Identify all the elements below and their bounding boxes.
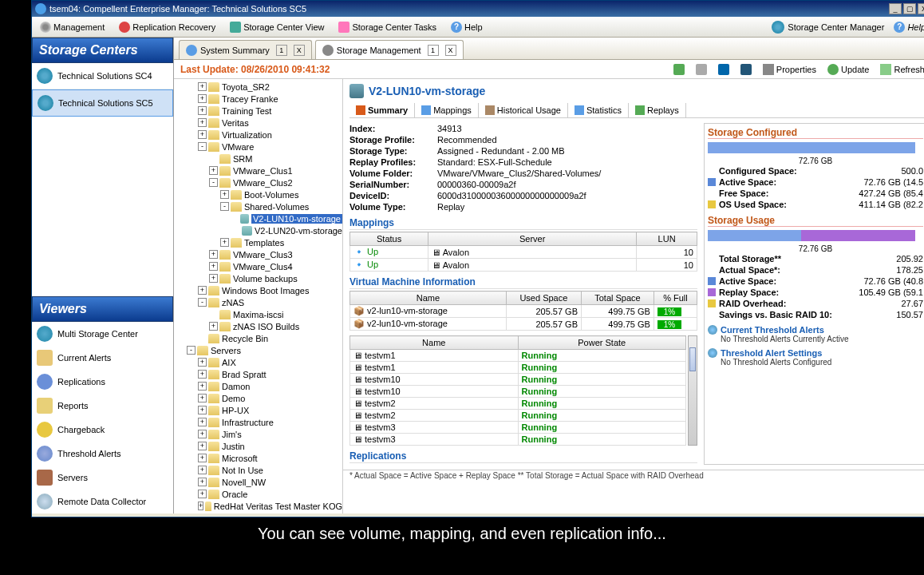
update-button[interactable]: Update — [825, 62, 871, 77]
col-name[interactable]: Name — [350, 291, 507, 305]
viewer-item[interactable]: Reports — [32, 394, 173, 418]
expander-icon[interactable]: + — [198, 358, 207, 367]
expander-icon[interactable]: + — [198, 490, 207, 498]
expander-icon[interactable]: + — [198, 82, 207, 91]
expander-icon[interactable]: + — [198, 286, 207, 295]
table-row[interactable]: 🖥 testvm3Running — [350, 434, 686, 446]
expander-icon[interactable]: + — [198, 370, 207, 379]
subtab-mappings[interactable]: Mappings — [415, 103, 479, 117]
tree-node[interactable]: -VMware — [174, 141, 342, 153]
tree-node[interactable]: V2-LUN10-vm-storage — [174, 212, 342, 224]
nav-back-button[interactable] — [671, 62, 687, 77]
expander-icon[interactable]: - — [198, 298, 207, 307]
tree-node[interactable]: +zNAS ISO Builds — [174, 320, 342, 332]
tree-node[interactable]: +Novell_NW — [174, 476, 342, 488]
col-status[interactable]: Status — [350, 232, 428, 246]
tree-pane[interactable]: +Toyota_SR2+Tracey Franke+Training Test+… — [174, 79, 343, 514]
properties-button[interactable]: Properties — [760, 62, 819, 77]
tree-node[interactable]: +VMware_Clus1 — [174, 165, 342, 176]
expander-icon[interactable]: + — [198, 442, 207, 450]
expander-icon[interactable]: + — [198, 118, 207, 127]
table-row[interactable]: 🖥 testvm3Running — [350, 422, 686, 434]
expander-icon[interactable]: + — [198, 382, 207, 391]
expander-icon[interactable]: + — [198, 106, 207, 115]
table-row[interactable]: 📦 v2-lun10-vm-storage205.57 GB499.75 GB1… — [350, 305, 697, 318]
tab-number[interactable]: 1 — [428, 45, 439, 56]
tree-node[interactable]: +HP-UX — [174, 404, 342, 416]
menu-replication-recovery[interactable]: Replication Recovery — [116, 20, 219, 34]
tab-close-icon[interactable]: X — [294, 45, 305, 56]
tree-node[interactable]: -Servers — [174, 344, 342, 356]
close-button[interactable]: X — [918, 3, 924, 14]
viewer-item[interactable]: Multi Storage Center — [32, 322, 173, 346]
expander-icon[interactable]: + — [209, 250, 218, 259]
maximize-button[interactable]: ▢ — [903, 3, 916, 14]
sc-item-sc4[interactable]: Technical Solutions SC4 — [32, 63, 173, 89]
expander-icon[interactable]: + — [209, 166, 218, 175]
menu-help[interactable]: ?Help — [448, 20, 486, 34]
tree-node[interactable]: +Justin — [174, 440, 342, 452]
tab-storage-management[interactable]: Storage Management1X — [315, 40, 464, 59]
expander-icon[interactable]: + — [198, 430, 207, 438]
tree-node[interactable]: +Demo — [174, 392, 342, 404]
expander-icon[interactable]: + — [209, 274, 218, 283]
viewer-item[interactable]: Chargeback — [32, 418, 173, 442]
expander-icon[interactable]: + — [209, 322, 218, 331]
tree-node[interactable]: -zNAS — [174, 296, 342, 308]
minimize-button[interactable]: _ — [889, 3, 902, 14]
table-row[interactable]: 🖥 testvm2Running — [350, 410, 686, 422]
tree-node[interactable]: +Windows Boot Images — [174, 284, 342, 296]
tree-node[interactable]: +VMware_Clus4 — [174, 260, 342, 272]
table-row[interactable]: 🖥 testvm2Running — [350, 398, 686, 410]
expander-icon[interactable]: + — [198, 418, 207, 426]
col-server[interactable]: Server — [428, 232, 637, 246]
viewer-item[interactable]: Current Alerts — [32, 346, 173, 370]
tree-node[interactable]: +Toyota_SR2 — [174, 81, 342, 93]
expander-icon[interactable]: + — [220, 238, 229, 247]
col-pct[interactable]: % Full — [654, 291, 697, 305]
tree-node[interactable]: +Brad Spratt — [174, 368, 342, 380]
subtab-statistics[interactable]: Statistics — [568, 103, 629, 117]
sc-item-sc5[interactable]: Technical Solutions SC5 — [32, 89, 173, 117]
table-row[interactable]: 📦 v2-lun10-vm-storage205.57 GB499.75 GB1… — [350, 318, 697, 331]
tree-node[interactable]: +Damon — [174, 380, 342, 392]
refresh-button[interactable]: Refresh — [878, 62, 924, 77]
expander-icon[interactable]: + — [198, 454, 207, 462]
menu-help-right[interactable]: ?Help — [890, 20, 924, 34]
tab-system-summary[interactable]: System Summary1X — [179, 40, 312, 59]
tree-node[interactable]: +Virtualization — [174, 129, 342, 141]
tree-node[interactable]: +Oracle — [174, 488, 342, 500]
tree-node[interactable]: +VMware_Clus3 — [174, 248, 342, 260]
table-row[interactable]: 🖥 testvm10Running — [350, 386, 686, 398]
scroll-thumb[interactable] — [689, 347, 696, 371]
expander-icon[interactable]: - — [220, 202, 229, 211]
col-name[interactable]: Name — [350, 336, 519, 350]
menu-management[interactable]: Management — [37, 20, 108, 34]
tree-node[interactable]: Maxima-iscsi — [174, 308, 342, 320]
menu-sc-tasks[interactable]: Storage Center Tasks — [335, 20, 440, 34]
expander-icon[interactable]: + — [198, 394, 207, 402]
table-row[interactable]: 🔹 Up🖥 Avalon10 — [350, 259, 697, 272]
tree-node[interactable]: +Not In Use — [174, 464, 342, 476]
col-lun[interactable]: LUN — [637, 232, 697, 246]
tree-node[interactable]: +Templates — [174, 236, 342, 248]
tree-node[interactable]: +Tracey Franke — [174, 93, 342, 105]
expander-icon[interactable]: - — [209, 178, 218, 187]
tree-node[interactable]: +Volume backups — [174, 272, 342, 284]
subtab-replays[interactable]: Replays — [629, 103, 686, 117]
scrollbar[interactable] — [688, 335, 697, 446]
storage-center-manager-link[interactable]: Storage Center Manager — [772, 21, 884, 34]
save-button[interactable] — [738, 62, 754, 77]
tree-node[interactable]: +Training Test — [174, 105, 342, 117]
threshold-alert-settings[interactable]: Threshold Alert Settings — [708, 348, 923, 358]
expander-icon[interactable]: + — [220, 190, 229, 199]
viewer-item[interactable]: Replications — [32, 370, 173, 394]
table-row[interactable]: 🖥 testvm10Running — [350, 374, 686, 386]
nav-forward-button[interactable] — [693, 62, 709, 77]
current-threshold-alerts[interactable]: Current Threshold Alerts — [708, 325, 923, 335]
tree-node[interactable]: +Boot-Volumes — [174, 188, 342, 200]
expander-icon[interactable]: + — [209, 262, 218, 271]
tree-node[interactable]: +RemoteSystems — [174, 512, 342, 514]
tree-node[interactable]: +Microsoft — [174, 452, 342, 464]
monitor-button[interactable] — [716, 62, 732, 77]
